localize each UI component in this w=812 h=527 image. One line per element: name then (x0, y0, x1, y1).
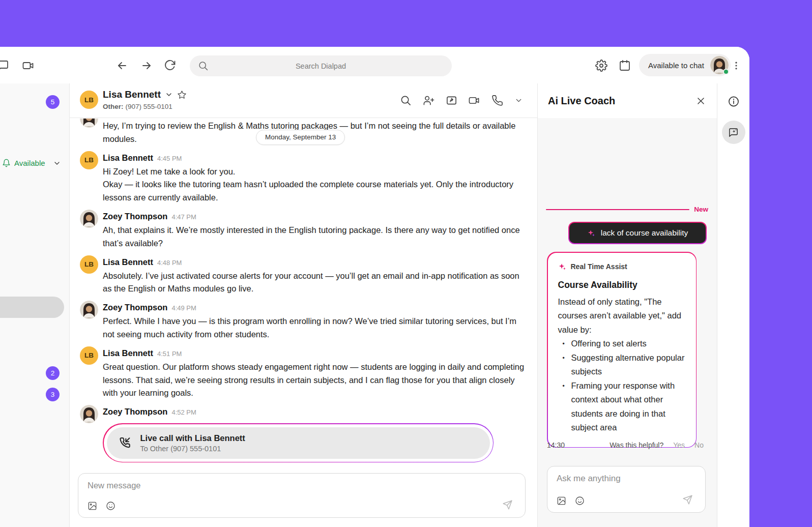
new-message-input[interactable] (88, 481, 516, 490)
coach-header: Ai Live Coach (538, 83, 717, 118)
message-text: Great question. Our platform shows stead… (103, 361, 525, 400)
message-list[interactable]: Monday, September 13 Hey, I’m trying to … (70, 119, 537, 464)
unread-badge-bottom: 3 (46, 388, 60, 401)
new-label: New (694, 206, 708, 213)
message-time: 4:45 PM (157, 152, 182, 165)
avatar-lisa: LB (80, 255, 98, 274)
message-row: Zoey Thompson 4:52 PM Live call with Lis… (80, 405, 525, 462)
chevron-down-icon (53, 159, 61, 167)
real-time-assist-card: Real Time Assist Course Availability Ins… (547, 252, 697, 448)
message-text: Absolutely. I’ve just activated course a… (103, 270, 525, 296)
send-message-icon[interactable] (502, 500, 513, 510)
search-icon (198, 61, 209, 71)
chip-label: lack of course availability (601, 228, 688, 238)
ask-anything-input[interactable] (557, 474, 696, 484)
coaching-moment-chip[interactable]: lack of course availability (568, 222, 707, 244)
ai-coach-toggle-button[interactable] (722, 121, 745, 144)
rta-bullet: Offering to set alerts (558, 337, 687, 351)
selected-conversation-pill[interactable] (0, 297, 64, 318)
close-icon[interactable] (696, 96, 706, 106)
back-button[interactable] (116, 60, 128, 72)
helpful-question: Was this helpful? (610, 441, 663, 449)
contact-chevron-down-icon[interactable] (165, 91, 173, 99)
helpful-yes-button[interactable]: Yes (673, 441, 685, 449)
chat-header: LB Lisa Bennett Other:(907) 555-0101 (70, 83, 537, 118)
message-row: Zoey Thompson 4:49 PM Perfect. While I h… (80, 301, 525, 341)
add-person-icon[interactable] (423, 95, 434, 106)
rta-label: Real Time Assist (571, 262, 627, 271)
avatar-lisa: LB (80, 151, 98, 169)
forward-button[interactable] (140, 60, 153, 72)
refresh-button[interactable] (164, 60, 176, 72)
info-icon[interactable] (728, 96, 739, 107)
emoji-icon[interactable] (106, 501, 115, 511)
availability-label: Available to chat (648, 61, 704, 70)
coach-feedback-row: 14:30 Was this helpful? Yes No (547, 441, 704, 449)
message-time: 4:47 PM (171, 211, 196, 224)
avatar-zoey (80, 405, 98, 423)
availability-dropdown[interactable]: Available (2, 159, 61, 167)
conversation-search-icon[interactable] (400, 95, 412, 106)
call-card-title: Live call with Lisa Bennett (140, 433, 245, 443)
message-time: 4:52 PM (171, 406, 196, 419)
message-time: 4:51 PM (157, 347, 182, 361)
search-input[interactable] (190, 55, 452, 76)
live-call-card[interactable]: Live call with Lisa Bennett To Other (90… (103, 423, 494, 462)
contact-phone: Other:(907) 555-0101 (103, 103, 172, 110)
message-text: Okay — it looks like the tutoring team h… (103, 178, 525, 204)
emoji-icon[interactable] (575, 496, 585, 506)
message-time: 4:48 PM (157, 256, 182, 270)
avatar-zoey (80, 210, 98, 228)
rta-bullet: Suggesting alternative popular subjects (558, 351, 687, 379)
more-options-kebab-icon[interactable] (731, 60, 741, 72)
bell-icon (2, 159, 11, 167)
message-author: Lisa Bennett (103, 151, 153, 164)
message-row: LB Lisa Bennett 4:48 PM Absolutely. I’ve… (80, 255, 525, 296)
coach-timestamp: 14:30 (547, 441, 565, 449)
settings-gear-icon[interactable] (595, 60, 607, 72)
incoming-call-icon (118, 436, 131, 450)
left-sidebar: 5 Available 2 3 (0, 83, 70, 527)
attach-image-icon[interactable] (88, 501, 97, 511)
calendar-icon[interactable] (619, 60, 631, 72)
availability-text: Available (14, 159, 45, 167)
rta-bullet: Framing your response with context about… (558, 379, 687, 435)
message-text: Hi Zoey! Let me take a look for you. (103, 165, 525, 179)
phone-call-icon[interactable] (491, 95, 503, 106)
ai-live-coach-panel: Ai Live Coach New lack of course availab… (538, 83, 717, 527)
more-actions-chevron-icon[interactable] (514, 96, 523, 105)
rta-bullet-list: Offering to set alerts Suggesting altern… (558, 337, 687, 435)
message-text: Ah, that explains it. We’re mostly inter… (103, 224, 525, 250)
ask-anything-composer[interactable] (547, 466, 706, 513)
helpful-no-button[interactable]: No (694, 441, 704, 449)
new-message-composer[interactable] (78, 473, 526, 518)
message-author: Lisa Bennett (103, 255, 153, 269)
meetings-icon[interactable] (22, 60, 35, 72)
rta-intro: Instead of only stating, "The courses ar… (558, 295, 687, 337)
message-time: 4:49 PM (171, 302, 196, 315)
date-separator-pill[interactable]: Monday, September 13 (256, 130, 345, 145)
online-status-dot (723, 69, 729, 75)
contact-avatar: LB (80, 91, 98, 109)
attach-image-icon[interactable] (557, 496, 566, 506)
rta-title: Course Availability (558, 280, 687, 290)
sparkle-icon (587, 229, 596, 238)
new-divider-line (546, 209, 689, 210)
global-search[interactable] (190, 55, 452, 76)
message-author: Zoey Thompson (103, 210, 167, 223)
send-question-icon[interactable] (682, 494, 693, 505)
availability-status-pill[interactable]: Available to chat (639, 54, 731, 76)
user-avatar[interactable] (710, 56, 729, 74)
messages-icon[interactable] (0, 60, 9, 72)
message-row: Zoey Thompson 4:47 PM Ah, that explains … (80, 210, 525, 250)
message-author: Zoey Thompson (103, 405, 167, 418)
message-row: LB Lisa Bennett 4:45 PM Hi Zoey! Let me … (80, 151, 525, 204)
unread-badge-top: 5 (46, 95, 60, 109)
app-window: Available to chat 5 Available 2 3 LB (0, 47, 749, 527)
contact-name[interactable]: Lisa Bennett (103, 89, 161, 100)
video-call-icon[interactable] (469, 95, 480, 106)
favorite-star-icon[interactable] (177, 90, 187, 100)
sparkle-icon (558, 262, 567, 271)
message-author: Zoey Thompson (103, 301, 167, 314)
screen-share-icon[interactable] (446, 95, 457, 106)
